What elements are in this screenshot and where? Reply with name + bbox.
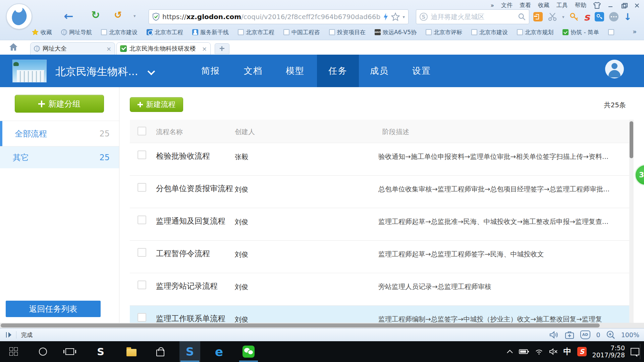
sidebar-item-other[interactable]: 其它 25 <box>0 146 119 168</box>
sogou-tray-icon[interactable]: S <box>577 347 587 356</box>
start-button[interactable] <box>3 341 24 362</box>
menu-tools[interactable]: 工具 <box>556 1 568 9</box>
search-box[interactable]: S <box>416 9 529 24</box>
wechat-button[interactable] <box>238 341 259 362</box>
wifi-icon[interactable] <box>535 348 543 355</box>
new-group-button[interactable]: 新建分组 <box>15 95 104 113</box>
bookmark-item[interactable]: 服务新干线 <box>192 28 229 36</box>
nav-tasks[interactable]: 任务 <box>317 55 359 87</box>
select-all-checkbox[interactable] <box>138 127 146 135</box>
screenshot-scissors-icon[interactable] <box>548 12 557 21</box>
lightning-icon[interactable] <box>383 13 388 21</box>
battery-icon[interactable] <box>519 349 529 354</box>
ime-indicator[interactable]: 中 <box>564 346 572 357</box>
search-input[interactable] <box>430 12 515 21</box>
password-key-icon[interactable] <box>570 12 579 21</box>
back-to-tasks-button[interactable]: 返回任务列表 <box>6 301 101 317</box>
table-row[interactable]: 分包单位资质报审流程 刘俊 总包单位收集审核→监理工程师审批→总包项目经理签字→… <box>130 176 633 208</box>
volume-muted-icon[interactable] <box>549 348 558 355</box>
download-icon[interactable]: ↓ <box>624 11 631 22</box>
zoom-level[interactable]: 100% <box>621 331 639 339</box>
bookmark-item[interactable] <box>608 29 614 35</box>
user-avatar[interactable] <box>605 60 624 78</box>
row-checkbox[interactable] <box>138 216 146 224</box>
edge-button[interactable]: e <box>209 341 229 362</box>
sogou-ime-button[interactable]: S <box>90 341 111 362</box>
table-row[interactable]: 监理旁站记录流程 刘俊 旁站监理人员记录→总监理工程师审核 <box>130 273 633 306</box>
close-button[interactable] <box>634 3 640 8</box>
search-icon[interactable] <box>518 13 526 21</box>
nav-documents[interactable]: 文档 <box>236 55 270 87</box>
bookmark-item[interactable]: 中国工程咨 <box>283 28 320 36</box>
bookmarks-overflow-icon[interactable]: » <box>633 27 637 36</box>
flow-name[interactable]: 监理工作联系单流程 <box>156 313 225 323</box>
nav-briefing[interactable]: 简报 <box>194 55 227 87</box>
scrollbar-thumb[interactable] <box>1 323 600 327</box>
sogou-browser-button[interactable]: S <box>179 341 200 362</box>
notification-badge[interactable]: 37 <box>635 164 644 186</box>
flow-name[interactable]: 检验批验收流程 <box>156 151 210 161</box>
cortana-button[interactable] <box>33 341 53 362</box>
bookmark-item[interactable]: 投资项目在 <box>329 28 366 36</box>
flow-name[interactable]: 监理通知及回复流程 <box>156 216 225 226</box>
row-checkbox[interactable] <box>138 281 146 289</box>
repair-kit-icon[interactable] <box>565 330 574 339</box>
sogou-vip-icon[interactable]: s <box>584 11 590 23</box>
menu-file[interactable]: 文件 <box>501 1 513 9</box>
file-explorer-button[interactable] <box>121 341 142 362</box>
new-flow-button[interactable]: 新建流程 <box>130 97 183 112</box>
tray-expand-icon[interactable] <box>506 350 513 354</box>
action-center-icon[interactable] <box>631 348 639 355</box>
page-search-icon[interactable] <box>595 12 604 21</box>
home-icon[interactable] <box>9 43 18 51</box>
undo-dropdown-icon[interactable]: ▾ <box>133 13 136 18</box>
menu-more-icon[interactable]: » <box>491 2 494 9</box>
project-title[interactable]: 北京民海生物科... <box>55 65 138 79</box>
bookmark-item[interactable]: 致远A6-V5协 <box>375 28 417 36</box>
bookmark-item[interactable]: 北京市工程 <box>238 28 274 36</box>
sidebar-item-all-flows[interactable]: 全部流程 25 <box>0 121 119 146</box>
bookmark-favorites[interactable]: 收藏 <box>32 28 52 36</box>
nav-members[interactable]: 成员 <box>363 55 396 87</box>
row-checkbox[interactable] <box>138 313 146 322</box>
favorite-star-icon[interactable] <box>391 12 400 21</box>
table-row[interactable]: 检验批验收流程 张毅 验收通知→施工单位申报资料→监理单位审批→相关单位签字扫描… <box>130 143 633 176</box>
tab-close-icon[interactable]: × <box>202 45 207 52</box>
bookmark-item[interactable]: 网址导航 <box>61 28 92 36</box>
undo-button[interactable]: ↺ <box>114 9 122 20</box>
new-tab-button[interactable] <box>215 43 229 54</box>
chevron-down-icon[interactable] <box>149 69 155 75</box>
nav-model[interactable]: 模型 <box>278 55 312 87</box>
back-button[interactable]: ← <box>64 9 73 23</box>
task-view-button[interactable] <box>59 341 80 362</box>
bookmark-item[interactable]: 北京市评标 <box>426 28 462 36</box>
flow-name[interactable]: 监理旁站记录流程 <box>156 281 218 291</box>
tab-close-icon[interactable]: × <box>106 45 111 52</box>
row-checkbox[interactable] <box>138 248 146 257</box>
scissors-dropdown-icon[interactable]: ▾ <box>562 14 565 19</box>
more-tools-icon[interactable] <box>609 12 619 21</box>
collect-icon[interactable] <box>533 12 543 21</box>
store-button[interactable] <box>150 341 171 362</box>
menu-view[interactable]: 查看 <box>520 1 531 9</box>
taskbar-clock[interactable]: 7:50 2017/9/28 <box>592 345 625 359</box>
bookmark-item[interactable]: 北京市工程 <box>147 28 183 36</box>
flow-name[interactable]: 分包单位资质报审流程 <box>156 183 233 194</box>
minimize-button[interactable] <box>608 3 614 8</box>
menu-favorites[interactable]: 收藏 <box>538 1 549 9</box>
table-row-highlighted[interactable]: 监理工作联系单流程 刘俊 监理工程师编制→总监签字→中城投（抄业主）收文→施工整… <box>130 306 633 323</box>
menu-help[interactable]: 帮助 <box>575 1 586 9</box>
bookmark-item[interactable]: 北京市建设 <box>101 28 138 36</box>
tab-site-nav[interactable]: 网址大全 × <box>30 42 115 55</box>
restore-button[interactable] <box>621 3 627 8</box>
refresh-button[interactable]: ↻ <box>91 9 100 21</box>
ad-block-icon[interactable]: AD <box>580 330 590 339</box>
row-checkbox[interactable] <box>138 183 146 192</box>
row-checkbox[interactable] <box>138 150 146 159</box>
address-dropdown-icon[interactable]: ▾ <box>402 14 405 19</box>
tab-project-active[interactable]: 北京民海生物科技研发楼 × <box>116 42 211 55</box>
speaker-icon[interactable] <box>549 331 559 339</box>
bookmark-item[interactable]: 北京市规划 <box>517 28 553 36</box>
vertical-scrollbar[interactable] <box>629 120 634 323</box>
bookmark-item[interactable]: 协筑 - 简单 <box>562 28 599 36</box>
